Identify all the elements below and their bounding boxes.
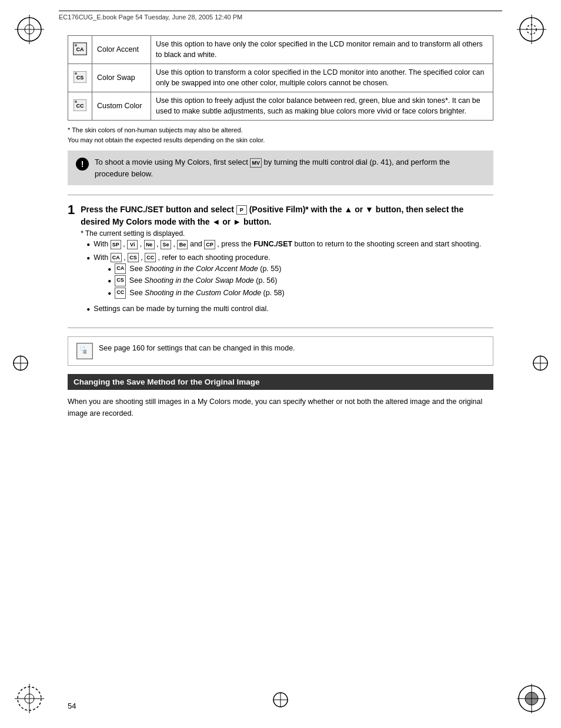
bullet-item-1: With SP , Vi , Ne , Se , Be and CP , pre… <box>86 239 493 250</box>
corner-mark-tr <box>514 12 549 47</box>
step1-content: Press the FUNC./SET button and select P … <box>81 203 493 319</box>
color-accent-label: Color Accent <box>92 36 151 64</box>
info-box: ! To shoot a movie using My Colors, firs… <box>68 151 493 185</box>
table-row-custom-color: CC Custom Color Use this option to freel… <box>68 92 493 121</box>
header-text: EC176CUG_E.book Page 54 Tuesday, June 28… <box>59 14 242 21</box>
icon-cc3: CC <box>115 288 126 299</box>
corner-mark-bl <box>12 681 47 716</box>
color-options-table: CA Color Accent Use this option to have … <box>68 35 493 121</box>
corner-mark-tl <box>12 12 47 47</box>
side-mark-left <box>12 355 29 374</box>
step1-number: 1 <box>68 203 75 319</box>
icon-cs3: CS <box>115 275 126 286</box>
svg-text:📄: 📄 <box>80 345 85 350</box>
icon-se: Se <box>161 240 171 249</box>
icon-be: Be <box>177 240 188 249</box>
or-text: or <box>355 205 363 214</box>
bullet-item-2: With CA , CS , CC , refer to each shooti… <box>86 252 493 301</box>
footnote-line2: You may not obtain the expected results … <box>68 135 493 145</box>
icon-vi: Vi <box>127 240 138 249</box>
footnote-line1: * The skin colors of non-human subjects … <box>68 125 493 135</box>
icon-ca2: CA <box>111 253 122 262</box>
sub-bullet-cc: CC See Shooting in the Custom Color Mode… <box>108 288 284 299</box>
movie-icon: MV <box>250 158 262 168</box>
icon-cp: CP <box>204 240 215 249</box>
icon-ca3: CA <box>115 263 126 275</box>
color-accent-desc: Use this option to have only the color s… <box>151 36 493 64</box>
icon-cs2: CS <box>128 253 139 262</box>
page-number: 54 <box>68 702 76 710</box>
step1-text: Press the FUNC./SET button and select P … <box>81 203 493 239</box>
side-mark-right <box>532 355 549 374</box>
svg-text:CS: CS <box>76 75 84 81</box>
bullet-item-3: Settings can be made by turning the mult… <box>86 303 493 315</box>
page-header: EC176CUG_E.book Page 54 Tuesday, June 28… <box>59 11 502 21</box>
main-content: CA Color Accent Use this option to have … <box>68 35 493 681</box>
section-header-text: Changing the Save Method for the Origina… <box>74 378 260 386</box>
section-text: When you are shooting still images in a … <box>68 396 493 419</box>
custom-color-label: Custom Color <box>92 92 151 121</box>
note-text: See page 160 for settings that can be ch… <box>99 343 295 354</box>
svg-text:CC: CC <box>76 103 84 109</box>
icon-ne: Ne <box>144 240 155 249</box>
icon-cell-ca: CA <box>68 36 92 64</box>
svg-point-33 <box>75 101 77 103</box>
info-box-text: To shoot a movie using My Colors, first … <box>95 156 485 179</box>
step1-subnote: * The current setting is displayed. <box>81 228 493 239</box>
section-header: Changing the Save Method for the Origina… <box>68 374 493 390</box>
bottom-center-mark <box>272 691 289 710</box>
color-swap-icon: CS <box>73 71 87 84</box>
color-swap-label: Color Swap <box>92 64 151 92</box>
divider-2 <box>68 328 493 328</box>
color-accent-icon: CA <box>73 42 87 55</box>
custom-color-desc: Use this option to freely adjust the col… <box>151 92 493 121</box>
table-row-color-accent: CA Color Accent Use this option to have … <box>68 36 493 64</box>
custom-color-icon: CC <box>73 99 87 112</box>
icon-cc2: CC <box>145 253 156 262</box>
sub-bullet-ca: CA See Shooting in the Color Accent Mode… <box>108 263 284 275</box>
svg-text:CA: CA <box>76 46 84 52</box>
sub-bullet-list: CA See Shooting in the Color Accent Mode… <box>94 263 284 299</box>
note-box: ≡ 📄 See page 160 for settings that can b… <box>68 336 493 366</box>
note-icon: ≡ 📄 <box>76 343 93 359</box>
positive-film-icon: P <box>236 205 247 215</box>
sub-bullet-cs: CS See Shooting in the Color Swap Mode (… <box>108 275 284 286</box>
icon-cell-cc: CC <box>68 92 92 121</box>
icon-cell-cs: CS <box>68 64 92 92</box>
info-icon: ! <box>76 158 89 171</box>
color-swap-desc: Use this option to transform a color spe… <box>151 64 493 92</box>
icon-sp: SP <box>111 240 121 249</box>
svg-point-30 <box>75 72 77 75</box>
svg-point-27 <box>75 44 77 46</box>
step1-container: 1 Press the FUNC./SET button and select … <box>68 203 493 319</box>
footnote: * The skin colors of non-human subjects … <box>68 125 493 145</box>
corner-mark-br <box>514 681 549 716</box>
section-divider <box>68 195 493 195</box>
bullet-list: With SP , Vi , Ne , Se , Be and CP , pre… <box>81 239 493 315</box>
table-row-color-swap: CS Color Swap Use this option to transfo… <box>68 64 493 92</box>
